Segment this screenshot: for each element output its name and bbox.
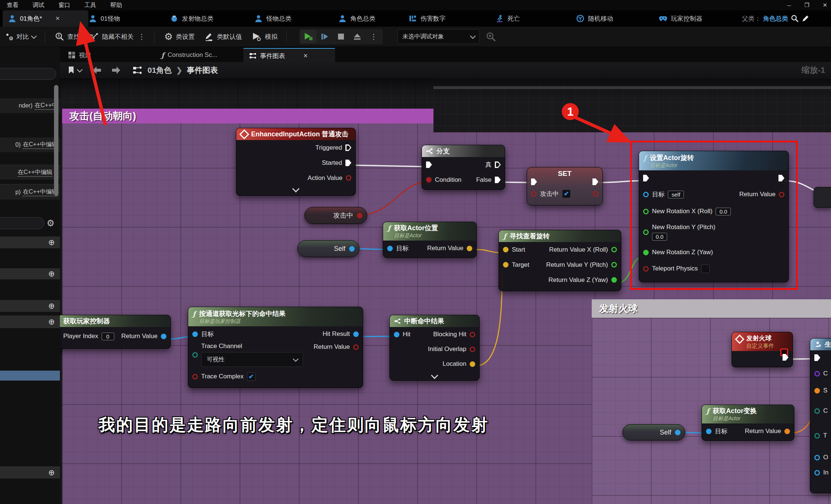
bookmark-icon[interactable] (67, 66, 75, 75)
sidebar-filter-input[interactable] (0, 217, 44, 229)
pin-self[interactable] (675, 430, 680, 435)
category-row[interactable]: ⊕ (0, 316, 60, 328)
play-options-kebab[interactable]: ⋮ (366, 30, 381, 43)
trace-channel-dropdown[interactable]: 可视性 (201, 352, 303, 367)
pin-attacking-in[interactable] (531, 191, 537, 197)
collapse-chevron-icon[interactable] (292, 185, 300, 193)
comment-fireball-header[interactable]: 发射火球 (592, 299, 831, 318)
node-find-look-at-rotation[interactable]: ƒ 寻找查看旋转 Start Return Value X (Roll) Tar… (499, 230, 621, 291)
pin-target[interactable] (643, 192, 649, 197)
pin-return-value[interactable] (467, 246, 472, 251)
asset-tab-damage-number[interactable]: 伤害数字 (409, 10, 446, 27)
pin-attacking-value[interactable] (357, 213, 362, 218)
exec-pin-in[interactable] (643, 175, 649, 181)
asset-tab-projectile[interactable]: 发射物总类 (170, 10, 213, 27)
exec-pin-out[interactable] (592, 178, 598, 185)
pin-target[interactable] (503, 262, 509, 268)
new-rotation-y-input[interactable]: 0.0 (652, 233, 667, 241)
node-enhanced-input-action[interactable]: EnhancedInputAction 普通攻击 Triggered Start… (236, 128, 356, 196)
teleport-physics-checkbox[interactable] (701, 265, 710, 273)
asset-tab-player-controller[interactable]: 玩家控制器 (659, 10, 702, 27)
pin-teleport-physics[interactable] (643, 266, 649, 272)
edit-pencil-icon[interactable] (801, 14, 810, 23)
maximize-button[interactable]: ❐ (804, 2, 809, 8)
node-get-actor-location[interactable]: ƒ 获取Actor位置 目标是Actor 目标 Return Value (383, 222, 477, 258)
category-row[interactable]: ⊕ (0, 300, 60, 312)
pin-trace-complex[interactable] (192, 374, 198, 379)
exec-pin-in[interactable] (426, 161, 432, 168)
comment-attack-header[interactable]: 攻击(自动朝向) (62, 109, 433, 123)
exec-pin-in[interactable] (814, 354, 820, 361)
node-fire-fireball-event[interactable]: 发射火球 自定义事件 (732, 332, 793, 367)
pin-return-value[interactable] (784, 429, 790, 434)
asset-tab-random-move[interactable]: 随机移动 (576, 10, 613, 27)
debug-object-dropdown[interactable]: 未选中调试对象 (398, 29, 480, 44)
exec-pin-started[interactable] (345, 160, 351, 166)
play-button[interactable] (301, 30, 316, 43)
parent-class-link[interactable]: 角色总类 (763, 14, 788, 23)
pin-return-value[interactable] (161, 334, 166, 339)
forward-arrow-icon[interactable] (111, 66, 122, 75)
pin-attacking-out[interactable] (593, 191, 598, 197)
pin-self[interactable] (349, 246, 355, 252)
asset-tab-character-base[interactable]: 角色总类 (338, 10, 375, 27)
node-self-1[interactable]: Self (297, 240, 359, 257)
pin-new-rotation-y[interactable] (643, 229, 649, 235)
pin-trace-channel[interactable] (192, 352, 198, 358)
add-icon[interactable]: ⊕ (48, 302, 55, 310)
pin-initial-overlap[interactable] (470, 347, 475, 352)
pin-new-rotation-x[interactable] (643, 209, 649, 214)
find-button[interactable]: 查找 (55, 32, 80, 41)
pin-hit-result[interactable] (353, 331, 359, 337)
exec-pin-false[interactable] (495, 177, 501, 183)
diff-button[interactable]: 对比 (5, 33, 36, 41)
menu-tools[interactable]: 工具 (84, 1, 96, 9)
collapse-chevron-icon[interactable] (431, 372, 438, 379)
asset-tab-monster[interactable]: 01怪物 (89, 10, 120, 27)
minimize-button[interactable]: ─ (787, 2, 791, 8)
menu-debug[interactable]: 调试 (33, 1, 44, 9)
exec-pin-triggered[interactable] (345, 144, 351, 151)
exec-pin-out[interactable] (778, 175, 784, 181)
breadcrumb-root[interactable]: 01角色 (148, 65, 172, 75)
exec-pin-in[interactable] (531, 178, 537, 185)
chevron-down-icon[interactable] (77, 67, 83, 72)
frame-skip-button[interactable] (317, 30, 332, 43)
stop-button[interactable] (333, 30, 349, 43)
close-tab-icon[interactable]: ✕ (303, 52, 308, 59)
pin-hit[interactable] (394, 332, 399, 337)
exec-pin-true[interactable] (495, 161, 501, 168)
target-value-input[interactable]: self (668, 191, 684, 198)
pin-action-value[interactable] (346, 175, 351, 181)
attacking-checkbox[interactable]: ✔ (562, 190, 571, 198)
pin-start[interactable] (503, 247, 509, 252)
search-icon[interactable] (790, 14, 799, 23)
graph-scroll-strip[interactable] (433, 86, 831, 89)
category-row[interactable]: ⊕ (0, 268, 60, 279)
pin-transform-scale[interactable] (814, 433, 820, 439)
new-rotation-x-input[interactable]: 0.0 (716, 208, 731, 215)
node-spawn-actor[interactable]: 生 C S C T O In (810, 338, 831, 493)
pin-location[interactable] (470, 361, 475, 367)
selected-row[interactable] (0, 371, 60, 381)
kebab-menu-icon[interactable]: ⋮ (138, 32, 145, 41)
asset-tab-character[interactable]: 01角色* ✕ (3, 10, 88, 27)
class-defaults-button[interactable]: 类默认值 (204, 32, 242, 41)
sidebar-search-input[interactable] (0, 68, 56, 80)
category-row[interactable]: ⊕ (0, 236, 60, 248)
class-settings-button[interactable]: ⚙ 类设置 (164, 31, 195, 42)
node-self-2[interactable]: Self (622, 424, 685, 440)
pin-class[interactable] (814, 371, 820, 377)
back-arrow-icon[interactable] (91, 66, 102, 75)
menu-help[interactable]: 帮助 (110, 1, 122, 9)
eject-button[interactable] (349, 30, 365, 43)
hide-unrelated-button[interactable]: 隐藏不相关 (89, 32, 134, 41)
close-tab-icon[interactable]: ✕ (55, 15, 60, 22)
node-branch[interactable]: 分支 真 Condition False (422, 145, 505, 190)
edit-in-cpp-link[interactable]: 在C++中编辑 (23, 141, 58, 149)
pin-return-value[interactable] (779, 192, 784, 197)
pin-target[interactable] (192, 331, 198, 337)
node-set-attacking[interactable]: SET 攻击中 ✔ (527, 167, 603, 205)
pin-target[interactable] (387, 246, 393, 251)
tab-viewport[interactable]: 视口 (62, 48, 97, 62)
